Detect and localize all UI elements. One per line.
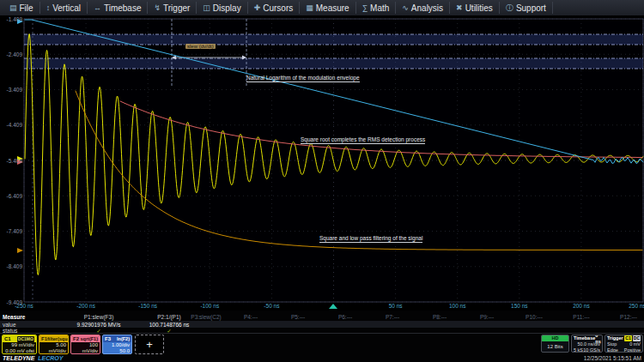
menu-item-utilities[interactable]: ✖ Utilities: [450, 2, 500, 14]
menu-item-icon: ↯: [154, 3, 161, 12]
c1-offset: 0.00 mV ofst: [4, 348, 34, 354]
y-axis-label: -2.409: [7, 51, 23, 57]
trigger-type: Edge: [607, 347, 618, 353]
menu-item-vertical[interactable]: ↕ Vertical: [40, 2, 88, 14]
status-panel: Measure value status P1:slew(F3)9.929019…: [0, 311, 644, 362]
y-axis-label: -9.409: [7, 299, 23, 305]
menu-item-math[interactable]: ∑ Math: [356, 2, 397, 14]
f3-tdiv: 50.0 ns/div: [105, 348, 130, 354]
brand-logo: TELEDYNE LECROY: [3, 355, 63, 361]
param-header-p10[interactable]: P10:---: [526, 314, 543, 320]
plus-icon: +: [146, 341, 153, 347]
timebase-rate: 10 GS/s: [583, 347, 600, 353]
f3-function: ln(F2): [117, 336, 130, 342]
menu-item-trigger[interactable]: ↯ Trigger: [148, 2, 197, 14]
f1-function: filter(squa: [47, 336, 69, 342]
menu-item-support[interactable]: ⓘ Support: [500, 2, 553, 14]
x-axis-label: 250 ns: [629, 303, 644, 309]
channel-descriptor-c1[interactable]: C1 DC1MΩ 99 mV/div 0.00 mV ofst 85.587 k…: [2, 335, 37, 354]
timebase-title: Timebase: [574, 335, 595, 341]
menu-item-label: Vertical: [52, 3, 81, 13]
menu-item-timebase[interactable]: ↔ Timebase: [88, 2, 149, 14]
x-axis-label: 100 ns: [449, 303, 466, 309]
x-axis-label: 50 ns: [389, 303, 404, 309]
math-descriptor-f1[interactable]: F1 filter(squa 5.00 mV²/div 50.0 ns/div: [39, 335, 69, 354]
f2-vdiv: 100 mV/div: [73, 342, 98, 354]
menu-item-icon: ✚: [254, 3, 261, 12]
menu-item-label: File: [20, 3, 33, 13]
hd-resolution-box[interactable]: HD 12 Bits: [541, 335, 569, 353]
f3-vdiv: 1.00/div: [105, 342, 130, 348]
param-header-p7[interactable]: P7:---: [386, 314, 399, 320]
menu-item-display[interactable]: ◫ Display: [197, 2, 247, 14]
trace-annotation: Natural Logarithm of the modulation enve…: [246, 75, 360, 82]
math-descriptor-f2[interactable]: F2 sqrt(F1) 100 mV/div 50.0 ns/div: [70, 335, 100, 354]
y-axis-label: -7.409: [7, 228, 23, 234]
param-header-p12[interactable]: P12:---: [620, 314, 637, 320]
slew-cursor-label[interactable]: slew (dv/dt): [185, 44, 216, 49]
param-header-p2[interactable]: P2:1/(P1): [157, 314, 180, 320]
menu-bar: ▤ File ↕ Vertical ↔ Timebase ↯ Trigger ◫…: [0, 0, 644, 15]
trigger-box[interactable]: Trigger C1 DC Stop 0 mV Edge Positive: [605, 335, 643, 353]
param-header-p11[interactable]: P11:---: [573, 314, 589, 320]
f1-vdiv: 5.00 mV²/div: [41, 342, 66, 354]
menu-item-icon: ✖: [456, 3, 463, 12]
panel-divider: [0, 333, 644, 334]
menu-item-label: Timebase: [104, 3, 142, 13]
x-axis-label: -200 ns: [76, 303, 95, 309]
param-header-p3[interactable]: P3:slew(C2): [191, 314, 221, 320]
menu-item-icon: ∑: [362, 3, 368, 12]
trace-annotation: Square and low pass filtering of the sig…: [319, 235, 422, 243]
param-header-p9[interactable]: P9:---: [480, 314, 494, 320]
trigger-title: Trigger: [607, 335, 623, 341]
value-row-label: value: [3, 322, 16, 328]
param-value-p1: 9.92901976 MV/s: [77, 322, 121, 328]
menu-item-icon: ↕: [46, 3, 51, 12]
hd-bits: 12 Bits: [547, 344, 562, 350]
c1-label: C1: [4, 336, 11, 342]
waveform-grid[interactable]: -250 ns-200 ns-150 ns-100 ns-50 ns50 ns1…: [0, 0, 644, 311]
add-trace-button[interactable]: +: [135, 335, 164, 354]
c1-coupling-badge: DC1MΩ: [17, 336, 34, 342]
menu-item-analysis[interactable]: ∿ Analysis: [396, 2, 450, 14]
f3-label: F3: [105, 336, 111, 342]
timebase-samples: 5 kS: [574, 347, 583, 353]
x-axis-label: 200 ns: [573, 303, 590, 309]
menu-item-measure[interactable]: ▦ Measure: [300, 2, 355, 14]
datetime-stamp: 12/25/2021 5:15:51 AM: [584, 355, 641, 361]
x-axis-label: 150 ns: [511, 303, 528, 309]
y-axis-label: -8.409: [7, 263, 23, 269]
menu-item-label: Support: [516, 3, 546, 13]
y-axis-label: -3.409: [7, 87, 23, 93]
param-header-p5[interactable]: P5:---: [291, 314, 305, 320]
menu-item-label: Cursors: [263, 3, 293, 13]
menu-item-icon: ↔: [94, 3, 101, 12]
menu-item-icon: ⓘ: [506, 3, 513, 14]
trigger-coupling-badge: DC: [633, 335, 641, 341]
trigger-slope: Positive: [624, 347, 641, 353]
x-axis-label: -50 ns: [264, 303, 280, 309]
x-axis-label: -100 ns: [200, 303, 219, 309]
param-header-p1[interactable]: P1:slew(F3): [84, 314, 114, 320]
brand-lecroy: LECROY: [38, 355, 63, 361]
trace-annotation: Square root completes the RMS detection …: [301, 136, 425, 144]
c1-vdiv: 99 mV/div: [4, 342, 34, 348]
trigger-source-badge: C1: [624, 335, 631, 341]
x-axis-label: -150 ns: [138, 303, 157, 309]
menu-item-file[interactable]: ▤ File: [3, 2, 40, 14]
math-descriptor-f3-selected[interactable]: F3 ln(F2) 1.00/div 50.0 ns/div: [102, 335, 132, 354]
menu-item-cursors[interactable]: ✚ Cursors: [248, 2, 301, 14]
param-header-p8[interactable]: P8:---: [433, 314, 447, 320]
menu-item-label: Analysis: [411, 3, 443, 13]
param-header-p6[interactable]: P6:---: [338, 314, 352, 320]
y-axis-label: -1.409: [7, 16, 23, 22]
timebase-box[interactable]: Timebase 0 ns 50.0 ns/div 5 kS 10 GS/s: [571, 335, 603, 353]
menu-item-label: Math: [370, 3, 389, 13]
y-axis-label: -4.409: [7, 122, 23, 128]
param-value-p2: 100.7148766 ns: [149, 322, 190, 328]
param-header-p4[interactable]: P4:---: [244, 314, 258, 320]
f1-label: F1: [41, 336, 47, 342]
waveform-display[interactable]: -250 ns-200 ns-150 ns-100 ns-50 ns50 ns1…: [0, 0, 644, 311]
menu-item-label: Utilities: [465, 3, 493, 13]
measure-row-label: Measure: [3, 314, 25, 320]
